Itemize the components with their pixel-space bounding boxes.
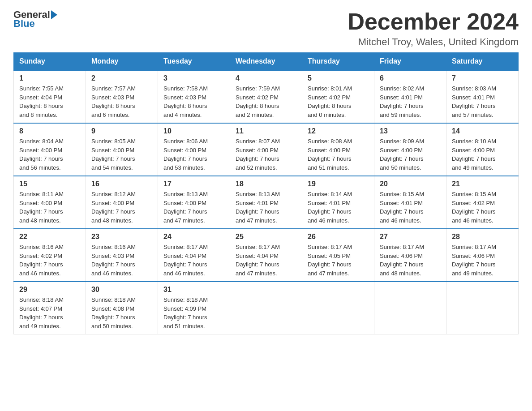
day-info: Sunrise: 8:08 AM Sunset: 4:00 PM Dayligh…	[308, 137, 369, 172]
day-info: Sunrise: 8:16 AM Sunset: 4:02 PM Dayligh…	[19, 243, 80, 278]
calendar-cell: 17Sunrise: 8:13 AM Sunset: 4:00 PM Dayli…	[158, 176, 230, 229]
day-number: 28	[452, 233, 513, 241]
day-info: Sunrise: 8:13 AM Sunset: 4:01 PM Dayligh…	[236, 190, 296, 225]
week-row-3: 15Sunrise: 8:11 AM Sunset: 4:00 PM Dayli…	[14, 176, 519, 229]
day-number: 27	[380, 233, 441, 241]
day-info: Sunrise: 8:05 AM Sunset: 4:00 PM Dayligh…	[91, 137, 152, 172]
calendar-header-row: SundayMondayTuesdayWednesdayThursdayFrid…	[14, 53, 519, 71]
calendar-cell: 21Sunrise: 8:15 AM Sunset: 4:02 PM Dayli…	[446, 176, 519, 229]
day-number: 14	[452, 127, 513, 135]
calendar-cell: 19Sunrise: 8:14 AM Sunset: 4:01 PM Dayli…	[302, 176, 374, 229]
day-info: Sunrise: 8:01 AM Sunset: 4:02 PM Dayligh…	[308, 84, 369, 119]
logo-arrow-icon	[51, 10, 57, 19]
calendar-cell: 14Sunrise: 8:10 AM Sunset: 4:00 PM Dayli…	[446, 123, 519, 176]
header-wednesday: Wednesday	[230, 53, 302, 71]
day-info: Sunrise: 8:17 AM Sunset: 4:06 PM Dayligh…	[452, 243, 513, 278]
calendar-cell: 7Sunrise: 8:03 AM Sunset: 4:01 PM Daylig…	[446, 70, 519, 123]
header-sunday: Sunday	[14, 53, 86, 71]
day-info: Sunrise: 8:17 AM Sunset: 4:05 PM Dayligh…	[308, 243, 369, 278]
day-number: 17	[163, 180, 224, 188]
day-number: 26	[308, 233, 369, 241]
day-info: Sunrise: 8:14 AM Sunset: 4:01 PM Dayligh…	[308, 190, 369, 225]
header-thursday: Thursday	[302, 53, 374, 71]
day-number: 12	[308, 127, 369, 135]
calendar-cell: 30Sunrise: 8:18 AM Sunset: 4:08 PM Dayli…	[86, 282, 158, 334]
calendar-cell: 9Sunrise: 8:05 AM Sunset: 4:00 PM Daylig…	[86, 123, 158, 176]
logo: General Blue	[13, 9, 57, 30]
calendar-cell	[230, 282, 302, 334]
day-info: Sunrise: 8:17 AM Sunset: 4:06 PM Dayligh…	[380, 243, 441, 278]
calendar-cell: 28Sunrise: 8:17 AM Sunset: 4:06 PM Dayli…	[446, 229, 519, 282]
day-number: 4	[236, 74, 296, 82]
day-number: 7	[452, 74, 513, 82]
calendar-cell: 16Sunrise: 8:12 AM Sunset: 4:00 PM Dayli…	[86, 176, 158, 229]
calendar-cell: 3Sunrise: 7:58 AM Sunset: 4:03 PM Daylig…	[158, 70, 230, 123]
day-number: 9	[91, 127, 152, 135]
week-row-5: 29Sunrise: 8:18 AM Sunset: 4:07 PM Dayli…	[14, 282, 519, 334]
day-number: 3	[163, 74, 224, 82]
calendar-cell: 6Sunrise: 8:02 AM Sunset: 4:01 PM Daylig…	[374, 70, 446, 123]
location-subtitle: Mitchel Troy, Wales, United Kingdom	[348, 36, 519, 48]
header-saturday: Saturday	[446, 53, 519, 71]
day-info: Sunrise: 7:58 AM Sunset: 4:03 PM Dayligh…	[163, 84, 224, 119]
calendar-cell: 10Sunrise: 8:06 AM Sunset: 4:00 PM Dayli…	[158, 123, 230, 176]
calendar-cell: 1Sunrise: 7:55 AM Sunset: 4:04 PM Daylig…	[14, 70, 86, 123]
calendar-cell: 2Sunrise: 7:57 AM Sunset: 4:03 PM Daylig…	[86, 70, 158, 123]
day-number: 13	[380, 127, 441, 135]
day-info: Sunrise: 8:07 AM Sunset: 4:00 PM Dayligh…	[236, 137, 296, 172]
day-number: 16	[91, 180, 152, 188]
day-number: 22	[19, 233, 80, 241]
calendar-cell: 31Sunrise: 8:18 AM Sunset: 4:09 PM Dayli…	[158, 282, 230, 334]
header-tuesday: Tuesday	[158, 53, 230, 71]
day-number: 11	[236, 127, 296, 135]
day-info: Sunrise: 8:16 AM Sunset: 4:03 PM Dayligh…	[91, 243, 152, 278]
day-number: 20	[380, 180, 441, 188]
page-header: General Blue December 2024 Mitchel Troy,…	[13, 9, 519, 48]
day-info: Sunrise: 8:17 AM Sunset: 4:04 PM Dayligh…	[163, 243, 224, 278]
calendar-cell: 13Sunrise: 8:09 AM Sunset: 4:00 PM Dayli…	[374, 123, 446, 176]
day-number: 6	[380, 74, 441, 82]
day-info: Sunrise: 8:11 AM Sunset: 4:00 PM Dayligh…	[19, 190, 80, 225]
day-number: 29	[19, 286, 80, 294]
calendar-cell: 20Sunrise: 8:15 AM Sunset: 4:01 PM Dayli…	[374, 176, 446, 229]
day-number: 5	[308, 74, 369, 82]
calendar-cell	[446, 282, 519, 334]
day-number: 8	[19, 127, 80, 135]
calendar-table: SundayMondayTuesdayWednesdayThursdayFrid…	[13, 52, 519, 334]
calendar-cell: 5Sunrise: 8:01 AM Sunset: 4:02 PM Daylig…	[302, 70, 374, 123]
calendar-cell: 29Sunrise: 8:18 AM Sunset: 4:07 PM Dayli…	[14, 282, 86, 334]
day-info: Sunrise: 8:17 AM Sunset: 4:04 PM Dayligh…	[236, 243, 296, 278]
day-number: 24	[163, 233, 224, 241]
day-info: Sunrise: 8:18 AM Sunset: 4:08 PM Dayligh…	[91, 295, 152, 330]
calendar-cell: 23Sunrise: 8:16 AM Sunset: 4:03 PM Dayli…	[86, 229, 158, 282]
day-number: 19	[308, 180, 369, 188]
day-number: 23	[91, 233, 152, 241]
day-info: Sunrise: 8:13 AM Sunset: 4:00 PM Dayligh…	[163, 190, 224, 225]
day-info: Sunrise: 8:06 AM Sunset: 4:00 PM Dayligh…	[163, 137, 224, 172]
day-number: 25	[236, 233, 296, 241]
day-info: Sunrise: 8:18 AM Sunset: 4:07 PM Dayligh…	[19, 295, 80, 330]
calendar-cell: 4Sunrise: 7:59 AM Sunset: 4:02 PM Daylig…	[230, 70, 302, 123]
day-number: 15	[19, 180, 80, 188]
day-number: 30	[91, 286, 152, 294]
header-friday: Friday	[374, 53, 446, 71]
calendar-cell: 27Sunrise: 8:17 AM Sunset: 4:06 PM Dayli…	[374, 229, 446, 282]
day-info: Sunrise: 8:02 AM Sunset: 4:01 PM Dayligh…	[380, 84, 441, 119]
day-number: 10	[163, 127, 224, 135]
day-number: 21	[452, 180, 513, 188]
calendar-cell: 8Sunrise: 8:04 AM Sunset: 4:00 PM Daylig…	[14, 123, 86, 176]
day-info: Sunrise: 8:15 AM Sunset: 4:01 PM Dayligh…	[380, 190, 441, 225]
calendar-cell: 12Sunrise: 8:08 AM Sunset: 4:00 PM Dayli…	[302, 123, 374, 176]
calendar-cell: 22Sunrise: 8:16 AM Sunset: 4:02 PM Dayli…	[14, 229, 86, 282]
day-info: Sunrise: 7:55 AM Sunset: 4:04 PM Dayligh…	[19, 84, 80, 119]
day-info: Sunrise: 8:18 AM Sunset: 4:09 PM Dayligh…	[163, 295, 224, 330]
month-title: December 2024	[348, 9, 519, 34]
calendar-cell	[374, 282, 446, 334]
calendar-cell: 26Sunrise: 8:17 AM Sunset: 4:05 PM Dayli…	[302, 229, 374, 282]
calendar-cell	[302, 282, 374, 334]
week-row-1: 1Sunrise: 7:55 AM Sunset: 4:04 PM Daylig…	[14, 70, 519, 123]
day-info: Sunrise: 7:59 AM Sunset: 4:02 PM Dayligh…	[236, 84, 296, 119]
calendar-cell: 25Sunrise: 8:17 AM Sunset: 4:04 PM Dayli…	[230, 229, 302, 282]
day-info: Sunrise: 8:10 AM Sunset: 4:00 PM Dayligh…	[452, 137, 513, 172]
day-info: Sunrise: 8:09 AM Sunset: 4:00 PM Dayligh…	[380, 137, 441, 172]
